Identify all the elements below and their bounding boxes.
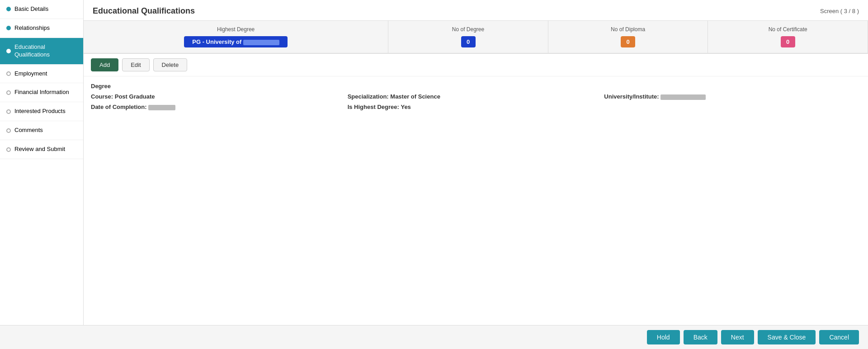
- sidebar-item-label: Basic Details: [14, 5, 48, 13]
- sidebar-item-label: Interested Products: [14, 108, 66, 115]
- no-degree-label: No of Degree: [452, 26, 484, 33]
- record-card: Degree Course: Post Graduate Specializat…: [91, 83, 861, 111]
- highest-degree-label: Is Highest Degree:: [348, 104, 399, 110]
- no-certificate-badge: 0: [781, 36, 795, 47]
- sidebar-item-financial-information[interactable]: Financial Information: [0, 83, 83, 102]
- specialization-value: Master of Science: [390, 93, 440, 100]
- footer: Hold Back Next Save & Close Cancel: [0, 325, 868, 349]
- university-label: University/Institute:: [604, 93, 659, 100]
- no-diploma-badge: 0: [621, 36, 635, 47]
- sidebar-item-label: Comments: [14, 127, 43, 134]
- page-title: Educational Qualifications: [93, 6, 195, 16]
- sidebar-item-interested-products[interactable]: Interested Products: [0, 102, 83, 121]
- add-button[interactable]: Add: [91, 58, 118, 71]
- sidebar-item-label: Relationships: [14, 24, 50, 32]
- sidebar-dot: [6, 26, 11, 30]
- sidebar-dot: [6, 109, 11, 114]
- sidebar-item-employment[interactable]: Employment: [0, 65, 83, 84]
- highest-degree-label: Highest Degree: [217, 26, 255, 33]
- date-value: [148, 105, 175, 110]
- record-area: Degree Course: Post Graduate Specializat…: [84, 76, 868, 325]
- hold-button[interactable]: Hold: [647, 330, 680, 344]
- course-label: Course:: [91, 93, 113, 100]
- specialization-field: Specialization: Master of Science: [348, 92, 604, 101]
- sidebar-item-label: Review and Submit: [14, 146, 65, 153]
- screen-info: Screen ( 3 / 8 ): [820, 8, 859, 14]
- sidebar-item-review-and-submit[interactable]: Review and Submit: [0, 140, 83, 159]
- main-content: Educational Qualifications Screen ( 3 / …: [84, 0, 868, 325]
- course-value: Post Graduate: [115, 93, 155, 100]
- no-degree-badge: 0: [461, 36, 476, 47]
- no-diploma-cell: No of Diploma 0: [548, 21, 708, 53]
- sidebar-item-basic-details[interactable]: Basic Details: [0, 0, 83, 19]
- sidebar-item-relationships[interactable]: Relationships: [0, 19, 83, 38]
- sidebar-dot: [6, 71, 11, 76]
- sidebar-dot: [6, 90, 11, 95]
- sidebar-dot: [6, 128, 11, 133]
- sidebar-item-comments[interactable]: Comments: [0, 121, 83, 140]
- sidebar-item-label: Educational Qualifications: [14, 43, 77, 59]
- no-degree-cell: No of Degree 0: [388, 21, 548, 53]
- sidebar-dot: [6, 7, 11, 11]
- cancel-button[interactable]: Cancel: [819, 330, 859, 344]
- record-type: Degree: [91, 83, 861, 90]
- stats-bar: Highest Degree PG - University of No of …: [84, 21, 868, 54]
- sidebar-dot: [6, 49, 11, 53]
- highest-degree-field: Is Highest Degree: Yes: [348, 103, 604, 111]
- highest-degree-badge: PG - University of: [184, 36, 288, 47]
- university-value: [660, 94, 706, 100]
- back-button[interactable]: Back: [684, 330, 717, 344]
- save-close-button[interactable]: Save & Close: [758, 330, 816, 344]
- sidebar-dot: [6, 147, 11, 152]
- record-fields: Course: Post Graduate Specialization: Ma…: [91, 92, 861, 111]
- sidebar-item-label: Financial Information: [14, 89, 69, 96]
- sidebar: Basic Details Relationships Educational …: [0, 0, 84, 325]
- next-button[interactable]: Next: [721, 330, 754, 344]
- edit-button[interactable]: Edit: [122, 58, 149, 71]
- university-field: University/Institute:: [604, 92, 861, 101]
- highest-degree-cell: Highest Degree PG - University of: [84, 21, 388, 53]
- no-certificate-label: No of Certificate: [769, 26, 807, 33]
- sidebar-item-label: Employment: [14, 70, 47, 78]
- highest-degree-value: Yes: [401, 104, 410, 110]
- sidebar-item-educational-qualifications[interactable]: Educational Qualifications: [0, 38, 83, 65]
- course-field: Course: Post Graduate: [91, 92, 348, 101]
- delete-button[interactable]: Delete: [153, 58, 188, 71]
- date-field: Date of Completion:: [91, 103, 348, 111]
- date-label: Date of Completion:: [91, 104, 147, 110]
- no-diploma-label: No of Diploma: [611, 26, 645, 33]
- content-header: Educational Qualifications Screen ( 3 / …: [84, 0, 868, 21]
- specialization-label: Specialization:: [348, 93, 389, 100]
- no-certificate-cell: No of Certificate 0: [708, 21, 868, 53]
- toolbar: Add Edit Delete: [84, 54, 868, 76]
